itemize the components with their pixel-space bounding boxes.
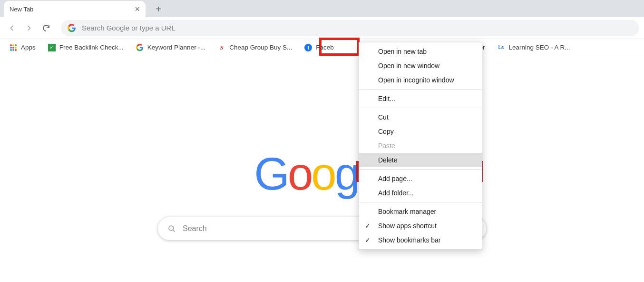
ctx-open-new-window[interactable]: Open in new window [359, 59, 482, 73]
bookmark-label: Cheap Group Buy S... [229, 44, 292, 51]
forward-button[interactable] [22, 21, 36, 35]
separator [359, 108, 482, 108]
check-icon: ✓ [365, 236, 371, 244]
bookmark-label: Learning SEO - A R... [509, 44, 570, 51]
reload-icon [42, 24, 50, 32]
toolbar [0, 17, 644, 39]
ctx-label: Show apps shortcut [378, 222, 437, 230]
ctx-delete[interactable]: Delete [359, 153, 482, 167]
address-input[interactable] [82, 24, 633, 32]
bookmark-facebook[interactable]: f Faceb [302, 42, 337, 53]
new-tab-button[interactable]: + [151, 2, 166, 16]
context-menu: Open in new tab Open in new window Open … [359, 42, 482, 250]
ctx-open-new-tab[interactable]: Open in new tab [359, 44, 482, 59]
ctx-label: Show bookmarks bar [378, 236, 441, 244]
address-bar[interactable] [61, 20, 639, 36]
ls-icon: Ls [498, 44, 505, 51]
new-tab-page: Google Search [0, 57, 644, 282]
google-g-icon [68, 24, 76, 32]
check-icon: ✓ [365, 222, 371, 230]
arrow-right-icon [24, 23, 34, 33]
separator [359, 202, 482, 202]
ctx-paste: Paste [359, 139, 482, 153]
apps-icon [10, 44, 17, 51]
separator [359, 169, 482, 170]
back-button[interactable] [5, 21, 19, 35]
search-icon [167, 224, 176, 233]
ctx-copy[interactable]: Copy [359, 124, 482, 139]
ctx-cut[interactable]: Cut [359, 110, 482, 124]
ctx-open-incognito[interactable]: Open in incognito window [359, 73, 482, 87]
apps-button[interactable]: Apps [7, 42, 39, 53]
bookmark-keyword-planner[interactable]: Keyword Planner -... [133, 42, 208, 53]
close-tab-icon[interactable]: × [135, 5, 140, 13]
tab-strip: New Tab × + [0, 0, 644, 17]
ctx-show-apps[interactable]: ✓ Show apps shortcut [359, 219, 482, 233]
bookmark-label: Keyword Planner -... [147, 44, 205, 51]
separator [359, 89, 482, 90]
facebook-icon: f [304, 44, 312, 51]
browser-tab[interactable]: New Tab × [4, 1, 146, 17]
tab-title: New Tab [10, 6, 33, 13]
bookmark-learning-seo[interactable]: Ls Learning SEO - A R... [495, 42, 573, 53]
google-g-icon [136, 44, 144, 51]
apps-label: Apps [21, 44, 36, 51]
s-icon: S [218, 44, 225, 51]
reload-button[interactable] [39, 21, 53, 35]
ctx-add-page[interactable]: Add page... [359, 171, 482, 186]
ctx-edit[interactable]: Edit... [359, 91, 482, 106]
ctx-show-bookmarks-bar[interactable]: ✓ Show bookmarks bar [359, 233, 482, 247]
ctx-bookmark-manager[interactable]: Bookmark manager [359, 204, 482, 219]
ctx-add-folder[interactable]: Add folder... [359, 186, 482, 200]
bookmark-cheap-group-buy[interactable]: S Cheap Group Buy S... [215, 42, 295, 53]
svg-point-0 [169, 226, 174, 231]
arrow-left-icon [7, 23, 17, 33]
bookmark-free-backlink[interactable]: ✓ Free Backlink Check... [45, 42, 127, 53]
check-icon: ✓ [48, 44, 56, 51]
bookmarks-bar: Apps ✓ Free Backlink Check... Keyword Pl… [0, 39, 644, 56]
bookmark-label: Free Backlink Check... [59, 44, 124, 51]
bookmark-label: Faceb [316, 44, 334, 51]
